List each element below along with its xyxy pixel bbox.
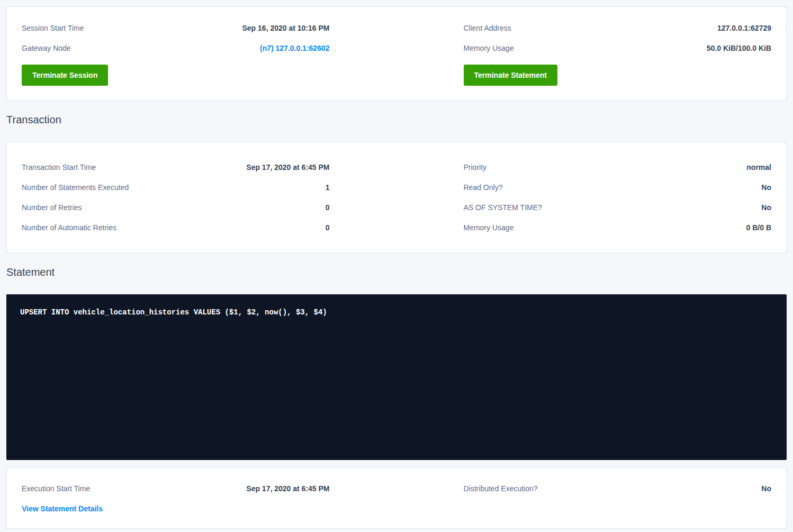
gateway-node-row: Gateway Node (n7) 127.0.0.1:62602 <box>22 38 330 58</box>
distributed-execution-row: Distributed Execution? No <box>464 479 772 499</box>
distributed-execution-label: Distributed Execution? <box>464 484 538 493</box>
client-address-label: Client Address <box>464 24 511 32</box>
read-only-value: No <box>761 183 771 192</box>
client-address-row: Client Address 127.0.0.1:62729 <box>464 18 772 38</box>
session-start-time-label: Session Start Time <box>22 24 84 32</box>
execution-start-time-label: Execution Start Time <box>22 484 90 493</box>
execution-start-time-value: Sep 17, 2020 at 6:45 PM <box>246 484 329 493</box>
view-statement-details-link[interactable]: View Statement Details <box>22 504 103 513</box>
session-memory-usage-row: Memory Usage 50.0 KiB/100.0 KiB <box>464 38 772 58</box>
execution-card-left-column: Execution Start Time Sep 17, 2020 at 6:4… <box>22 479 330 519</box>
statement-details-link-row: View Statement Details <box>22 499 330 519</box>
sql-statement-text: UPSERT INTO vehicle_location_histories V… <box>20 308 327 317</box>
execution-card-right-column: Distributed Execution? No <box>464 479 772 519</box>
transaction-memory-usage-value: 0 B/0 B <box>746 223 771 232</box>
transaction-start-time-row: Transaction Start Time Sep 17, 2020 at 6… <box>22 157 330 177</box>
gateway-node-link[interactable]: (n7) 127.0.0.1:62602 <box>260 44 330 52</box>
session-card-left-column: Session Start Time Sep 16, 2020 at 10:16… <box>22 18 330 86</box>
session-memory-usage-value: 50.0 KiB/100.0 KiB <box>707 44 771 52</box>
transaction-card-right-column: Priority normal Read Only? No AS OF SYST… <box>464 157 772 238</box>
transaction-card-left-column: Transaction Start Time Sep 17, 2020 at 6… <box>22 157 330 238</box>
session-start-time-row: Session Start Time Sep 16, 2020 at 10:16… <box>22 18 330 38</box>
automatic-retries-value: 0 <box>326 223 330 232</box>
session-memory-usage-label: Memory Usage <box>464 44 514 52</box>
statements-executed-row: Number of Statements Executed 1 <box>22 177 330 197</box>
statements-executed-label: Number of Statements Executed <box>22 183 129 192</box>
transaction-summary-card: Transaction Start Time Sep 17, 2020 at 6… <box>6 142 787 253</box>
priority-value: normal <box>746 163 771 172</box>
transaction-start-time-value: Sep 17, 2020 at 6:45 PM <box>246 163 329 172</box>
statement-section-heading: Statement <box>6 266 787 278</box>
retries-row: Number of Retries 0 <box>22 197 330 218</box>
retries-value: 0 <box>326 203 330 212</box>
session-details-page: Session Start Time Sep 16, 2020 at 10:16… <box>0 0 793 532</box>
priority-row: Priority normal <box>464 157 772 177</box>
sql-statement-box: UPSERT INTO vehicle_location_histories V… <box>6 294 787 460</box>
session-summary-card: Session Start Time Sep 16, 2020 at 10:16… <box>6 6 787 101</box>
session-card-right-column: Client Address 127.0.0.1:62729 Memory Us… <box>464 18 772 86</box>
read-only-label: Read Only? <box>464 183 503 192</box>
as-of-system-time-value: No <box>761 203 771 212</box>
as-of-system-time-row: AS OF SYSTEM TIME? No <box>464 197 772 218</box>
automatic-retries-label: Number of Automatic Retries <box>22 223 116 232</box>
priority-label: Priority <box>464 163 487 172</box>
terminate-statement-button[interactable]: Terminate Statement <box>464 65 557 86</box>
retries-label: Number of Retries <box>22 203 82 212</box>
statements-executed-value: 1 <box>326 183 330 192</box>
as-of-system-time-label: AS OF SYSTEM TIME? <box>464 203 542 212</box>
terminate-session-button[interactable]: Terminate Session <box>22 65 108 86</box>
gateway-node-label: Gateway Node <box>22 44 71 52</box>
transaction-section-heading: Transaction <box>6 113 787 126</box>
automatic-retries-row: Number of Automatic Retries 0 <box>22 218 330 238</box>
execution-start-time-row: Execution Start Time Sep 17, 2020 at 6:4… <box>22 479 330 499</box>
session-start-time-value: Sep 16, 2020 at 10:16 PM <box>242 24 330 32</box>
distributed-execution-value: No <box>761 484 771 493</box>
transaction-memory-usage-row: Memory Usage 0 B/0 B <box>464 218 772 238</box>
client-address-value: 127.0.0.1:62729 <box>717 24 771 32</box>
transaction-start-time-label: Transaction Start Time <box>22 163 96 172</box>
statement-execution-card: Execution Start Time Sep 17, 2020 at 6:4… <box>6 467 787 529</box>
transaction-memory-usage-label: Memory Usage <box>464 223 514 232</box>
read-only-row: Read Only? No <box>464 177 772 197</box>
